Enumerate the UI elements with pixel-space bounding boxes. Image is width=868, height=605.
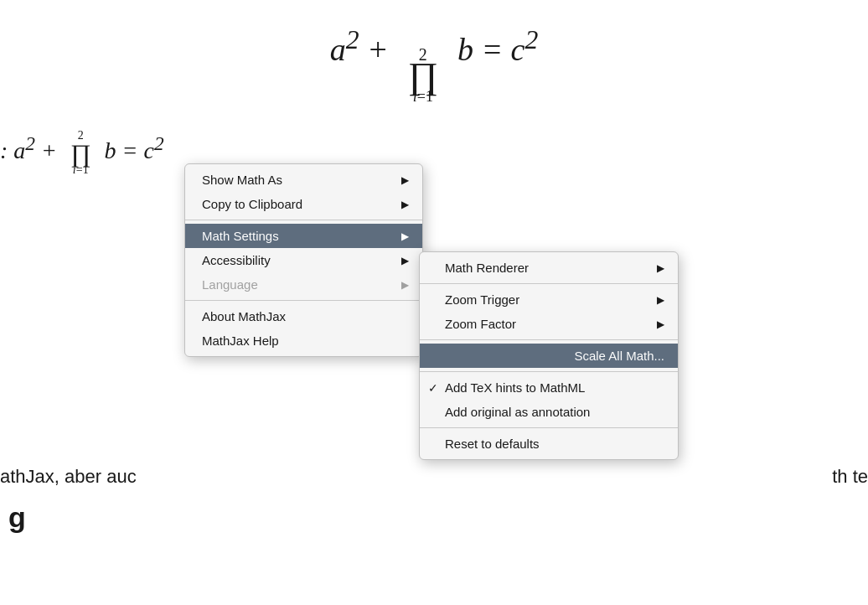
product-symbol-small: 2 ∏ i=1: [70, 130, 91, 176]
math-expression-large: a2 + 2 ∏ i=1 b = c2: [330, 25, 539, 104]
menu-item-scale-all-math-label: Scale All Math...: [574, 349, 664, 363]
menu-item-add-original-annotation[interactable]: Add original as annotation: [420, 400, 678, 424]
submenu-arrow-language: ▶: [401, 279, 409, 291]
body-text-right: th te: [832, 466, 868, 488]
separator-2: [185, 300, 422, 301]
check-mark-tex-hints: ✓: [428, 381, 445, 395]
menu-item-accessibility[interactable]: Accessibility ▶: [185, 248, 422, 272]
body-text-left: athJax, aber auc: [0, 466, 137, 488]
math-display-center: a2 + 2 ∏ i=1 b = c2: [0, 25, 868, 104]
menu-item-language[interactable]: Language ▶: [185, 272, 422, 297]
submenu-arrow-accessibility: ▶: [401, 255, 409, 266]
menu-item-zoom-factor[interactable]: Zoom Factor ▶: [420, 312, 678, 336]
separator-right-4: [420, 427, 678, 428]
separator-right-3: [420, 371, 678, 372]
menu-item-zoom-trigger-label: Zoom Trigger: [445, 292, 657, 307]
submenu-arrow-zoom-factor: ▶: [657, 318, 664, 330]
math-expression-inline: : a2 + 2 ∏ i=1 b = c2: [0, 130, 164, 176]
menu-item-reset-defaults[interactable]: Reset to defaults: [420, 432, 678, 456]
separator-right-2: [420, 339, 678, 340]
menu-item-accessibility-label: Accessibility: [202, 253, 401, 267]
menu-item-language-label: Language: [202, 277, 401, 292]
menu-item-math-renderer-label: Math Renderer: [445, 261, 657, 275]
menu-item-math-settings-label: Math Settings: [202, 229, 401, 243]
menu-item-mathjax-help-label: MathJax Help: [202, 334, 409, 348]
separator-right-1: [420, 283, 678, 284]
submenu-arrow-show-math-as: ▶: [401, 174, 409, 186]
menu-item-scale-all-math[interactable]: Scale All Math...: [420, 344, 678, 368]
submenu-arrow-copy-clipboard: ▶: [401, 199, 409, 210]
menu-item-math-renderer[interactable]: Math Renderer ▶: [420, 256, 678, 280]
menu-item-reset-defaults-label: Reset to defaults: [445, 437, 664, 451]
menu-item-add-original-annotation-label: Add original as annotation: [445, 405, 664, 419]
menu-item-add-tex-hints[interactable]: ✓ Add TeX hints to MathML: [420, 375, 678, 400]
submenu-arrow-math-settings: ▶: [401, 230, 409, 242]
menu-item-copy-clipboard-label: Copy to Clipboard: [202, 197, 401, 211]
submenu-arrow-zoom-trigger: ▶: [657, 294, 664, 306]
menu-item-zoom-factor-label: Zoom Factor: [445, 317, 657, 331]
menu-item-about-mathjax[interactable]: About MathJax: [185, 304, 422, 328]
product-symbol-large: 2 ∏ i=1: [408, 46, 438, 105]
submenu-arrow-math-renderer: ▶: [657, 262, 664, 274]
menu-item-about-mathjax-label: About MathJax: [202, 309, 409, 323]
menu-item-zoom-trigger[interactable]: Zoom Trigger ▶: [420, 287, 678, 312]
menu-item-show-math-as-label: Show Math As: [202, 173, 401, 187]
menu-item-math-settings[interactable]: Math Settings ▶: [185, 224, 422, 248]
menu-item-show-math-as[interactable]: Show Math As ▶: [185, 168, 422, 192]
context-menu-right: Math Renderer ▶ Zoom Trigger ▶ Zoom Fact…: [419, 251, 679, 460]
menu-item-copy-clipboard[interactable]: Copy to Clipboard ▶: [185, 192, 422, 216]
body-text-bold: g: [8, 501, 26, 534]
menu-item-mathjax-help[interactable]: MathJax Help: [185, 328, 422, 353]
separator-1: [185, 220, 422, 220]
menu-item-add-tex-hints-label: Add TeX hints to MathML: [445, 380, 664, 395]
context-menu-left: Show Math As ▶ Copy to Clipboard ▶ Math …: [184, 163, 423, 357]
